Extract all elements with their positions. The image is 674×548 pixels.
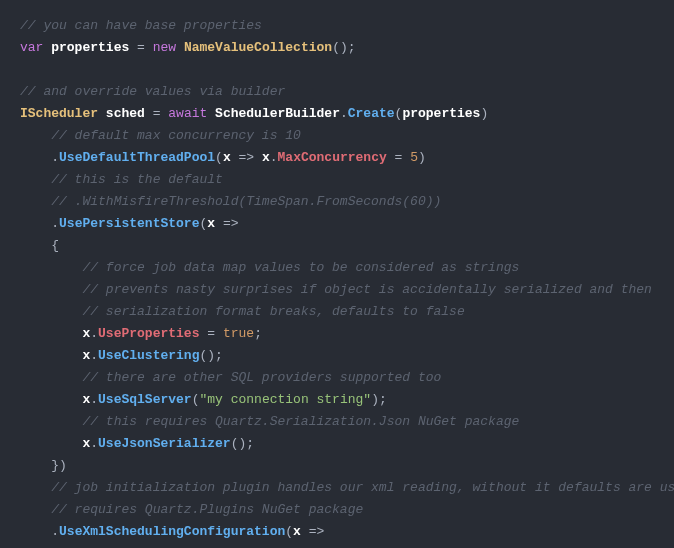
- comment: // force job data map values to be consi…: [82, 260, 519, 275]
- ident-properties: properties: [402, 106, 480, 121]
- punct-parens: (): [199, 348, 215, 363]
- punct-close: ): [371, 392, 379, 407]
- ident-properties: properties: [51, 40, 129, 55]
- punct-parens: (): [332, 40, 348, 55]
- op-eq: =: [207, 326, 215, 341]
- punct-dot: .: [90, 348, 98, 363]
- op-eq: =: [395, 150, 403, 165]
- op-arrow: =>: [309, 524, 325, 539]
- comment: // this is the default: [51, 172, 223, 187]
- ident-x: x: [223, 150, 231, 165]
- code-block: // you can have base properties var prop…: [20, 15, 654, 543]
- num-5: 5: [410, 150, 418, 165]
- comment: // this requires Quartz.Serialization.Js…: [82, 414, 519, 429]
- punct-semi: ;: [246, 436, 254, 451]
- op-eq: =: [137, 40, 145, 55]
- method-usejsonserializer: UseJsonSerializer: [98, 436, 231, 451]
- punct-dot: .: [90, 326, 98, 341]
- punct-obrace: {: [51, 238, 59, 253]
- ident-x: x: [293, 524, 301, 539]
- method-useclustering: UseClustering: [98, 348, 199, 363]
- punct-dot: .: [90, 392, 98, 407]
- punct-semi: ;: [379, 392, 387, 407]
- punct-dot: .: [51, 524, 59, 539]
- punct-close: ): [480, 106, 488, 121]
- kw-var: var: [20, 40, 43, 55]
- punct-dot: .: [51, 216, 59, 231]
- punct-open: (: [285, 524, 293, 539]
- punct-open: (: [215, 150, 223, 165]
- op-arrow: =>: [223, 216, 239, 231]
- comment: // you can have base properties: [20, 18, 262, 33]
- punct-close: ): [418, 150, 426, 165]
- method-usepersistentstore: UsePersistentStore: [59, 216, 199, 231]
- ident-sched: sched: [106, 106, 145, 121]
- punct-cbrace: }: [51, 458, 59, 473]
- method-usedefaultthreadpool: UseDefaultThreadPool: [59, 150, 215, 165]
- punct-parens: (): [231, 436, 247, 451]
- punct-close: ): [59, 458, 67, 473]
- type-ischeduler: IScheduler: [20, 106, 98, 121]
- method-usexmlschedulingconfiguration: UseXmlSchedulingConfiguration: [59, 524, 285, 539]
- comment: // and override values via builder: [20, 84, 285, 99]
- prop-useproperties: UseProperties: [98, 326, 199, 341]
- punct-dot: .: [340, 106, 348, 121]
- method-create: Create: [348, 106, 395, 121]
- op-arrow: =>: [239, 150, 255, 165]
- comment: // requires Quartz.Plugins NuGet package: [51, 502, 363, 517]
- kw-new: new: [153, 40, 176, 55]
- comment: // .WithMisfireThreshold(TimeSpan.FromSe…: [51, 194, 441, 209]
- punct-dot: .: [270, 150, 278, 165]
- ident-x: x: [207, 216, 215, 231]
- punct-dot: .: [51, 150, 59, 165]
- comment: // job initialization plugin handles our…: [51, 480, 674, 495]
- punct-semi: ;: [348, 40, 356, 55]
- type-namevaluecollection: NameValueCollection: [184, 40, 332, 55]
- punct-semi: ;: [215, 348, 223, 363]
- comment: // prevents nasty surprises if object is…: [82, 282, 652, 297]
- bool-true: true: [223, 326, 254, 341]
- comment: // there are other SQL providers support…: [82, 370, 441, 385]
- op-eq: =: [153, 106, 161, 121]
- prop-maxconcurrency: MaxConcurrency: [278, 150, 387, 165]
- string-conn: "my connection string": [199, 392, 371, 407]
- method-usesqlserver: UseSqlServer: [98, 392, 192, 407]
- ident-x: x: [262, 150, 270, 165]
- punct-semi: ;: [254, 326, 262, 341]
- comment: // default max concurrency is 10: [51, 128, 301, 143]
- kw-await: await: [168, 106, 207, 121]
- comment: // serialization format breaks, defaults…: [82, 304, 464, 319]
- punct-dot: .: [90, 436, 98, 451]
- ident-schedulerbuilder: SchedulerBuilder: [215, 106, 340, 121]
